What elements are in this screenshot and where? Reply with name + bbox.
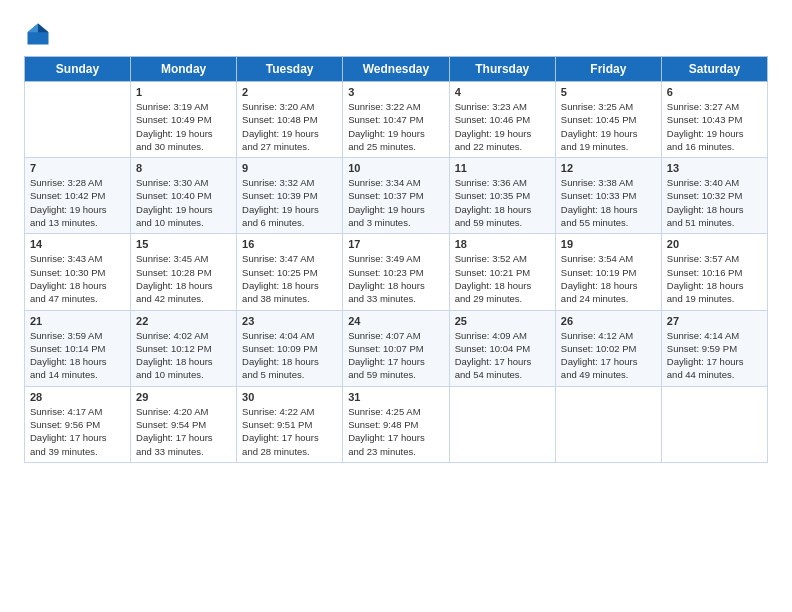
day-info: Sunrise: 4:17 AM Sunset: 9:56 PM Dayligh… [30, 405, 125, 458]
calendar-week-4: 21Sunrise: 3:59 AM Sunset: 10:14 PM Dayl… [25, 310, 768, 386]
calendar-cell: 5Sunrise: 3:25 AM Sunset: 10:45 PM Dayli… [555, 82, 661, 158]
day-number: 29 [136, 391, 231, 403]
day-number: 18 [455, 238, 550, 250]
day-number: 1 [136, 86, 231, 98]
weekday-header-wednesday: Wednesday [343, 57, 449, 82]
calendar-cell: 13Sunrise: 3:40 AM Sunset: 10:32 PM Dayl… [661, 158, 767, 234]
calendar-cell: 24Sunrise: 4:07 AM Sunset: 10:07 PM Dayl… [343, 310, 449, 386]
calendar-cell: 26Sunrise: 4:12 AM Sunset: 10:02 PM Dayl… [555, 310, 661, 386]
weekday-header-saturday: Saturday [661, 57, 767, 82]
day-number: 24 [348, 315, 443, 327]
day-info: Sunrise: 4:14 AM Sunset: 9:59 PM Dayligh… [667, 329, 762, 382]
logo-icon [24, 20, 52, 48]
day-info: Sunrise: 4:02 AM Sunset: 10:12 PM Daylig… [136, 329, 231, 382]
page-header [24, 20, 768, 48]
calendar-cell: 20Sunrise: 3:57 AM Sunset: 10:16 PM Dayl… [661, 234, 767, 310]
day-info: Sunrise: 3:54 AM Sunset: 10:19 PM Daylig… [561, 252, 656, 305]
calendar-cell [25, 82, 131, 158]
day-info: Sunrise: 4:09 AM Sunset: 10:04 PM Daylig… [455, 329, 550, 382]
weekday-header-tuesday: Tuesday [237, 57, 343, 82]
calendar-cell: 7Sunrise: 3:28 AM Sunset: 10:42 PM Dayli… [25, 158, 131, 234]
logo [24, 20, 56, 48]
calendar-cell: 11Sunrise: 3:36 AM Sunset: 10:35 PM Dayl… [449, 158, 555, 234]
day-number: 4 [455, 86, 550, 98]
weekday-header-monday: Monday [131, 57, 237, 82]
calendar-table: SundayMondayTuesdayWednesdayThursdayFrid… [24, 56, 768, 463]
day-number: 25 [455, 315, 550, 327]
day-number: 11 [455, 162, 550, 174]
calendar-cell [449, 386, 555, 462]
day-info: Sunrise: 3:52 AM Sunset: 10:21 PM Daylig… [455, 252, 550, 305]
calendar-cell: 9Sunrise: 3:32 AM Sunset: 10:39 PM Dayli… [237, 158, 343, 234]
day-info: Sunrise: 3:49 AM Sunset: 10:23 PM Daylig… [348, 252, 443, 305]
calendar-cell: 12Sunrise: 3:38 AM Sunset: 10:33 PM Dayl… [555, 158, 661, 234]
day-number: 23 [242, 315, 337, 327]
day-number: 14 [30, 238, 125, 250]
calendar-cell: 17Sunrise: 3:49 AM Sunset: 10:23 PM Dayl… [343, 234, 449, 310]
day-number: 26 [561, 315, 656, 327]
calendar-cell: 10Sunrise: 3:34 AM Sunset: 10:37 PM Dayl… [343, 158, 449, 234]
calendar-cell: 15Sunrise: 3:45 AM Sunset: 10:28 PM Dayl… [131, 234, 237, 310]
day-info: Sunrise: 3:38 AM Sunset: 10:33 PM Daylig… [561, 176, 656, 229]
day-info: Sunrise: 3:47 AM Sunset: 10:25 PM Daylig… [242, 252, 337, 305]
calendar-body: 1Sunrise: 3:19 AM Sunset: 10:49 PM Dayli… [25, 82, 768, 463]
day-number: 31 [348, 391, 443, 403]
calendar-cell: 14Sunrise: 3:43 AM Sunset: 10:30 PM Dayl… [25, 234, 131, 310]
calendar-cell: 29Sunrise: 4:20 AM Sunset: 9:54 PM Dayli… [131, 386, 237, 462]
day-number: 8 [136, 162, 231, 174]
day-info: Sunrise: 3:23 AM Sunset: 10:46 PM Daylig… [455, 100, 550, 153]
calendar-week-1: 1Sunrise: 3:19 AM Sunset: 10:49 PM Dayli… [25, 82, 768, 158]
calendar-cell: 19Sunrise: 3:54 AM Sunset: 10:19 PM Dayl… [555, 234, 661, 310]
day-number: 3 [348, 86, 443, 98]
day-info: Sunrise: 3:25 AM Sunset: 10:45 PM Daylig… [561, 100, 656, 153]
calendar-header-row: SundayMondayTuesdayWednesdayThursdayFrid… [25, 57, 768, 82]
day-info: Sunrise: 4:12 AM Sunset: 10:02 PM Daylig… [561, 329, 656, 382]
day-info: Sunrise: 4:20 AM Sunset: 9:54 PM Dayligh… [136, 405, 231, 458]
calendar-cell: 8Sunrise: 3:30 AM Sunset: 10:40 PM Dayli… [131, 158, 237, 234]
calendar-cell [661, 386, 767, 462]
day-info: Sunrise: 3:20 AM Sunset: 10:48 PM Daylig… [242, 100, 337, 153]
weekday-header-thursday: Thursday [449, 57, 555, 82]
calendar-cell [555, 386, 661, 462]
day-number: 7 [30, 162, 125, 174]
day-info: Sunrise: 3:27 AM Sunset: 10:43 PM Daylig… [667, 100, 762, 153]
day-info: Sunrise: 4:22 AM Sunset: 9:51 PM Dayligh… [242, 405, 337, 458]
calendar-cell: 2Sunrise: 3:20 AM Sunset: 10:48 PM Dayli… [237, 82, 343, 158]
day-info: Sunrise: 3:45 AM Sunset: 10:28 PM Daylig… [136, 252, 231, 305]
day-info: Sunrise: 3:22 AM Sunset: 10:47 PM Daylig… [348, 100, 443, 153]
svg-marker-1 [38, 24, 49, 33]
day-info: Sunrise: 3:40 AM Sunset: 10:32 PM Daylig… [667, 176, 762, 229]
day-number: 15 [136, 238, 231, 250]
calendar-cell: 1Sunrise: 3:19 AM Sunset: 10:49 PM Dayli… [131, 82, 237, 158]
day-number: 21 [30, 315, 125, 327]
day-number: 6 [667, 86, 762, 98]
day-number: 28 [30, 391, 125, 403]
day-number: 22 [136, 315, 231, 327]
day-number: 16 [242, 238, 337, 250]
calendar-week-2: 7Sunrise: 3:28 AM Sunset: 10:42 PM Dayli… [25, 158, 768, 234]
calendar-cell: 22Sunrise: 4:02 AM Sunset: 10:12 PM Dayl… [131, 310, 237, 386]
calendar-cell: 23Sunrise: 4:04 AM Sunset: 10:09 PM Dayl… [237, 310, 343, 386]
day-info: Sunrise: 3:28 AM Sunset: 10:42 PM Daylig… [30, 176, 125, 229]
day-info: Sunrise: 3:57 AM Sunset: 10:16 PM Daylig… [667, 252, 762, 305]
day-info: Sunrise: 3:32 AM Sunset: 10:39 PM Daylig… [242, 176, 337, 229]
day-number: 17 [348, 238, 443, 250]
day-number: 30 [242, 391, 337, 403]
svg-marker-2 [28, 24, 39, 33]
day-info: Sunrise: 3:30 AM Sunset: 10:40 PM Daylig… [136, 176, 231, 229]
day-number: 13 [667, 162, 762, 174]
calendar-cell: 28Sunrise: 4:17 AM Sunset: 9:56 PM Dayli… [25, 386, 131, 462]
day-info: Sunrise: 3:34 AM Sunset: 10:37 PM Daylig… [348, 176, 443, 229]
day-number: 9 [242, 162, 337, 174]
calendar-cell: 27Sunrise: 4:14 AM Sunset: 9:59 PM Dayli… [661, 310, 767, 386]
calendar-cell: 31Sunrise: 4:25 AM Sunset: 9:48 PM Dayli… [343, 386, 449, 462]
day-info: Sunrise: 4:25 AM Sunset: 9:48 PM Dayligh… [348, 405, 443, 458]
day-number: 10 [348, 162, 443, 174]
calendar-cell: 21Sunrise: 3:59 AM Sunset: 10:14 PM Dayl… [25, 310, 131, 386]
day-number: 20 [667, 238, 762, 250]
day-number: 5 [561, 86, 656, 98]
day-number: 2 [242, 86, 337, 98]
calendar-cell: 4Sunrise: 3:23 AM Sunset: 10:46 PM Dayli… [449, 82, 555, 158]
calendar-week-5: 28Sunrise: 4:17 AM Sunset: 9:56 PM Dayli… [25, 386, 768, 462]
calendar-cell: 3Sunrise: 3:22 AM Sunset: 10:47 PM Dayli… [343, 82, 449, 158]
